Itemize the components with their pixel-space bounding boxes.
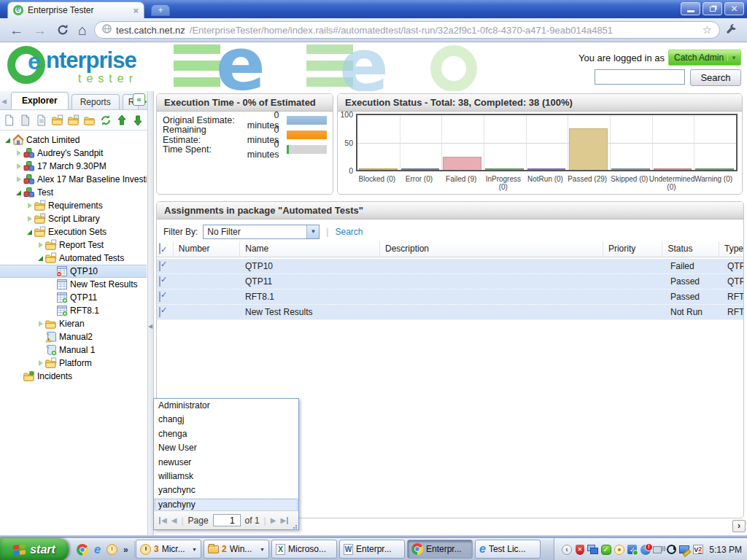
tree-toggle-icon[interactable] xyxy=(25,216,34,222)
tree-item-kieran[interactable]: Kieran xyxy=(0,317,147,330)
chevron-down-icon[interactable]: ▼ xyxy=(306,225,319,238)
tree-toggle-icon[interactable] xyxy=(14,163,23,169)
table-row[interactable]: QTP11PassedQTP xyxy=(157,274,743,289)
column-header-status[interactable]: Status xyxy=(662,241,719,257)
search-link[interactable]: Search xyxy=(335,227,363,237)
tree-toggle-icon[interactable] xyxy=(14,150,23,156)
new-document-icon[interactable] xyxy=(4,114,15,126)
page-number-input[interactable] xyxy=(213,514,241,526)
row-checkbox[interactable] xyxy=(159,292,160,302)
tree-item-script-library[interactable]: Script Library xyxy=(0,212,147,225)
vnc-v2-icon[interactable]: V2 xyxy=(693,545,703,554)
tree-item-manual2[interactable]: Manual2 xyxy=(0,330,147,343)
taskbar-button[interactable]: 2Win...▼ xyxy=(204,540,269,559)
refresh-icon[interactable] xyxy=(100,114,112,126)
tree-item-17-march-9-30pm[interactable]: 17 March 9.30PM xyxy=(0,160,147,173)
display-settings-icon[interactable] xyxy=(679,544,690,555)
column-header-priority[interactable]: Priority xyxy=(603,241,662,257)
tree-toggle-icon[interactable] xyxy=(3,138,12,143)
tree-item-alex-17-mar-baseline-investiga[interactable]: Alex 17 Mar Baseline Investiga xyxy=(0,173,147,186)
tree-toggle-icon[interactable] xyxy=(36,242,45,248)
power-icon[interactable] xyxy=(667,545,676,554)
network-activity-icon[interactable] xyxy=(653,544,664,555)
back-button[interactable]: ← xyxy=(9,23,23,37)
document-icon[interactable] xyxy=(20,114,31,126)
tree-toggle-icon[interactable] xyxy=(36,360,45,366)
first-page-icon[interactable]: ◀ xyxy=(159,517,167,524)
status-green-check-icon[interactable]: ✓ xyxy=(601,545,611,555)
row-checkbox[interactable] xyxy=(159,261,160,271)
tree-item-audrey-s-sandpit[interactable]: Audrey's Sandpit xyxy=(0,147,147,160)
address-bar[interactable]: test.catch.net.nz/EnterpriseTester/home/… xyxy=(94,21,720,39)
user-list-item[interactable]: newuser xyxy=(154,456,298,470)
tab-explorer[interactable]: Explorer xyxy=(11,92,69,109)
move-down-icon[interactable] xyxy=(132,114,144,126)
open-folder-doc-icon[interactable] xyxy=(52,114,63,126)
filter-dropdown[interactable]: No Filter ▼ xyxy=(203,225,320,239)
search-input[interactable] xyxy=(595,69,685,85)
tree-item-platform[interactable]: Platform xyxy=(0,357,147,370)
tree-item-execution-sets[interactable]: Execution Sets xyxy=(0,225,147,238)
restore-button[interactable] xyxy=(703,2,722,15)
collapse-chevron-icon[interactable]: ‹ xyxy=(562,545,572,555)
resize-grip-icon[interactable] xyxy=(293,524,298,529)
user-list-item[interactable]: chenga xyxy=(154,427,298,441)
table-row[interactable]: RFT8.1PassedRFT xyxy=(157,289,743,305)
next-page-icon[interactable]: ▶ xyxy=(271,517,276,524)
user-menu-button[interactable]: Catch Admin ▼ xyxy=(668,50,741,66)
tree-toggle-icon[interactable] xyxy=(14,176,23,182)
expand-panel-button[interactable]: › xyxy=(732,520,746,532)
splitter-collapse-icon[interactable]: ◀ xyxy=(148,323,152,330)
forward-button[interactable]: → xyxy=(33,23,47,37)
move-up-icon[interactable] xyxy=(116,114,128,126)
taskbar-button[interactable]: 3Micr...▼ xyxy=(136,540,201,559)
network-computers-icon[interactable] xyxy=(587,544,598,555)
column-header-number[interactable]: Number xyxy=(173,241,239,257)
row-checkbox[interactable] xyxy=(159,307,160,317)
folder-icon[interactable] xyxy=(84,114,96,126)
table-row[interactable]: QTP10FailedQTP xyxy=(157,259,743,274)
tree-item-qtp11[interactable]: QTP11 xyxy=(0,291,147,304)
quick-launch-overflow-icon[interactable]: » xyxy=(123,545,128,555)
column-header-name[interactable]: Name xyxy=(239,241,379,257)
security-alert-icon[interactable]: ✕ xyxy=(576,545,584,555)
tree-item-automated-tests[interactable]: Automated Tests xyxy=(0,252,147,265)
previous-page-icon[interactable]: ◀ xyxy=(171,517,177,524)
table-row[interactable]: New Test ResultsNot RunRFT xyxy=(157,305,743,320)
user-list-item[interactable]: Administrator xyxy=(154,399,298,413)
tree-item-qtp10[interactable]: QTP10 xyxy=(0,265,147,278)
user-list-item[interactable]: changj xyxy=(154,413,298,427)
user-list-item[interactable]: yanchync xyxy=(154,483,298,497)
tree-item-catch-limited[interactable]: Catch Limited xyxy=(0,133,147,147)
last-page-icon[interactable]: ▶ xyxy=(280,517,288,524)
outlook-icon[interactable] xyxy=(107,544,117,555)
taskbar-button[interactable]: eTest Lic... xyxy=(475,540,541,559)
start-button[interactable]: start xyxy=(0,538,69,560)
column-header-description[interactable]: Description xyxy=(379,241,603,257)
reload-button[interactable] xyxy=(57,24,69,36)
tree-toggle-icon[interactable] xyxy=(25,203,34,209)
ie-icon[interactable]: e xyxy=(94,544,101,556)
bookmark-star-icon[interactable]: ☆ xyxy=(703,23,712,36)
row-checkbox[interactable] xyxy=(159,276,160,287)
tree-item-manual-1[interactable]: Manual 1 xyxy=(0,343,147,357)
tree-item-new-test-results[interactable]: New Test Results xyxy=(0,278,147,291)
close-button[interactable]: ✕ xyxy=(724,2,744,15)
taskbar-button[interactable]: Enterpr... xyxy=(407,540,473,559)
collapse-sidebar-button[interactable]: « xyxy=(133,93,145,106)
user-list-item[interactable]: williamsk xyxy=(154,470,298,483)
tab-scroll-left-icon[interactable]: ◀ xyxy=(1,98,7,105)
wireless-alert-icon[interactable] xyxy=(640,545,651,555)
report-document-icon[interactable] xyxy=(36,114,47,126)
column-header-type[interactable]: Type xyxy=(719,241,743,257)
tree-item-incidents[interactable]: Incidents xyxy=(0,370,147,383)
tree-toggle-icon[interactable] xyxy=(14,190,23,195)
new-tab-button[interactable]: + xyxy=(151,4,170,16)
wrench-menu-button[interactable] xyxy=(726,24,738,36)
taskbar-button[interactable]: WEnterpr... xyxy=(339,540,405,559)
sync-box-icon[interactable]: ✓ xyxy=(627,545,637,554)
search-button[interactable]: Search xyxy=(690,69,741,86)
chrome-icon[interactable] xyxy=(77,544,88,556)
tray-clock[interactable]: 5:13 PM xyxy=(709,545,742,555)
tree-item-report-test[interactable]: Report Test xyxy=(0,238,147,252)
